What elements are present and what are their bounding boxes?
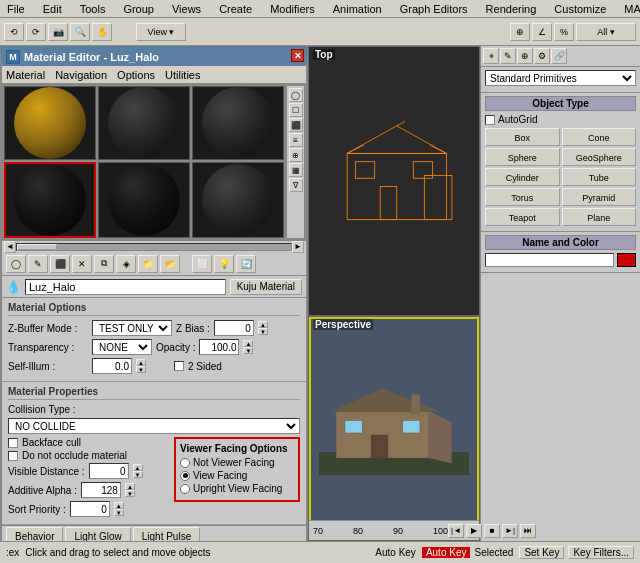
toolbar-btn-2[interactable]: ⟳ bbox=[26, 23, 46, 41]
bottom-viewport[interactable]: Perspective bbox=[308, 316, 480, 541]
toolbar-btn-4[interactable]: 🔍 bbox=[70, 23, 90, 41]
obj-btn-cone[interactable]: Cone bbox=[562, 128, 637, 146]
rp-icon-1[interactable]: ⌖ bbox=[483, 48, 499, 64]
material-editor-titlebar[interactable]: M Material Editor - Luz_Halo ✕ bbox=[2, 48, 306, 66]
mat-tool-copy[interactable]: ⧉ bbox=[94, 255, 114, 273]
menu-graph-editors[interactable]: Graph Editors bbox=[397, 3, 471, 15]
menu-animation[interactable]: Animation bbox=[330, 3, 385, 15]
rp-icon-4[interactable]: ⚙ bbox=[534, 48, 550, 64]
material-name-input[interactable] bbox=[25, 279, 226, 295]
mat-tool-assign[interactable]: ⬛ bbox=[50, 255, 70, 273]
visdist-spinner[interactable]: ▲ ▼ bbox=[133, 464, 143, 478]
zbias-up[interactable]: ▲ bbox=[258, 321, 268, 328]
selfillum-spinner[interactable]: ▲ ▼ bbox=[136, 359, 146, 373]
keyfilters-btn[interactable]: Key Filters... bbox=[568, 546, 634, 559]
toolbar-angle[interactable]: ∠ bbox=[532, 23, 552, 41]
mat-menu-material[interactable]: Material bbox=[6, 69, 45, 81]
stop-btn[interactable]: ■ bbox=[484, 524, 500, 538]
sphere-cell-2[interactable] bbox=[98, 86, 190, 160]
selfillum-down[interactable]: ▼ bbox=[136, 366, 146, 373]
obj-btn-sphere[interactable]: Sphere bbox=[485, 148, 560, 166]
radio-not-viewer-facing-dot[interactable] bbox=[180, 458, 190, 468]
sphere-cell-4[interactable] bbox=[4, 162, 96, 238]
visdist-down[interactable]: ▼ bbox=[133, 471, 143, 478]
zbias-down[interactable]: ▼ bbox=[258, 328, 268, 335]
next-frame-btn[interactable]: ►| bbox=[502, 524, 518, 538]
rp-icon-5[interactable]: 🔗 bbox=[551, 48, 567, 64]
toolbar-select-filter[interactable]: All ▾ bbox=[576, 23, 636, 41]
opacity-down[interactable]: ▼ bbox=[243, 347, 253, 354]
obj-btn-pyramid[interactable]: Pyramid bbox=[562, 188, 637, 206]
menu-file[interactable]: File bbox=[4, 3, 28, 15]
toolbar-btn-3[interactable]: 📷 bbox=[48, 23, 68, 41]
mat-side-btn-3[interactable]: ⬛ bbox=[289, 118, 303, 132]
menu-group[interactable]: Group bbox=[120, 3, 157, 15]
menu-customize[interactable]: Customize bbox=[551, 3, 609, 15]
addalpha-up[interactable]: ▲ bbox=[125, 483, 135, 490]
addalpha-input[interactable] bbox=[81, 482, 121, 498]
mat-tool-reset[interactable]: ✕ bbox=[72, 255, 92, 273]
autokey-btn[interactable]: Auto Key bbox=[422, 547, 471, 558]
mat-tool-cycle[interactable]: 🔄 bbox=[236, 255, 256, 273]
mat-menu-navigation[interactable]: Navigation bbox=[55, 69, 107, 81]
mat-tool-putlib[interactable]: 📁 bbox=[138, 255, 158, 273]
sortpriority-up[interactable]: ▲ bbox=[114, 502, 124, 509]
noocclude-checkbox[interactable] bbox=[8, 451, 18, 461]
menu-modifiers[interactable]: Modifiers bbox=[267, 3, 318, 15]
primitives-dropdown[interactable]: Standard Primitives bbox=[485, 70, 636, 86]
scrollbar-thumb[interactable] bbox=[17, 244, 57, 250]
toolbar-btn-1[interactable]: ⟲ bbox=[4, 23, 24, 41]
obj-btn-cylinder[interactable]: Cylinder bbox=[485, 168, 560, 186]
addalpha-down[interactable]: ▼ bbox=[125, 490, 135, 497]
obj-btn-torus[interactable]: Torus bbox=[485, 188, 560, 206]
toolbar-view-dropdown[interactable]: View ▾ bbox=[136, 23, 186, 41]
sphere-cell-6[interactable] bbox=[192, 162, 284, 238]
rp-icon-3[interactable]: ⊕ bbox=[517, 48, 533, 64]
mat-side-btn-6[interactable]: ▦ bbox=[289, 163, 303, 177]
mat-side-btn-5[interactable]: ⊕ bbox=[289, 148, 303, 162]
mat-side-btn-4[interactable]: ≡ bbox=[289, 133, 303, 147]
sortpriority-input[interactable] bbox=[70, 501, 110, 517]
mat-tool-unique[interactable]: ◈ bbox=[116, 255, 136, 273]
top-viewport[interactable]: Top bbox=[308, 46, 480, 316]
prev-frame-btn[interactable]: |◄ bbox=[448, 524, 464, 538]
radio-view-facing-dot[interactable] bbox=[180, 471, 190, 481]
mat-side-btn-2[interactable]: ☐ bbox=[289, 103, 303, 117]
menu-views[interactable]: Views bbox=[169, 3, 204, 15]
toolbar-btn-5[interactable]: ✋ bbox=[92, 23, 112, 41]
mat-side-btn-7[interactable]: ∇ bbox=[289, 178, 303, 192]
scroll-left-btn[interactable]: ◄ bbox=[4, 241, 16, 253]
radio-upright-facing-dot[interactable] bbox=[180, 484, 190, 494]
play-btn[interactable]: ▶ bbox=[466, 524, 482, 538]
toolbar-pct[interactable]: % bbox=[554, 23, 574, 41]
obj-btn-plane[interactable]: Plane bbox=[562, 208, 637, 226]
backface-checkbox[interactable] bbox=[8, 438, 18, 448]
mat-menu-options[interactable]: Options bbox=[117, 69, 155, 81]
last-frame-btn[interactable]: ⏭ bbox=[520, 524, 536, 538]
zbias-spinner[interactable]: ▲ ▼ bbox=[258, 321, 268, 335]
mat-tool-sample[interactable]: ◯ bbox=[6, 255, 26, 273]
menu-rendering[interactable]: Rendering bbox=[483, 3, 540, 15]
zbias-input[interactable] bbox=[214, 320, 254, 336]
mat-side-btn-1[interactable]: ◯ bbox=[289, 88, 303, 102]
toolbar-snap[interactable]: ⊕ bbox=[510, 23, 530, 41]
sphere-cell-1[interactable] bbox=[4, 86, 96, 160]
menu-tools[interactable]: Tools bbox=[77, 3, 109, 15]
scroll-right-btn[interactable]: ► bbox=[292, 241, 304, 253]
zbuffer-dropdown[interactable]: TEST ONLY bbox=[92, 320, 172, 336]
visdist-up[interactable]: ▲ bbox=[133, 464, 143, 471]
mat-tool-backlight[interactable]: 💡 bbox=[214, 255, 234, 273]
menu-maxscript[interactable]: MAXScript bbox=[621, 3, 640, 15]
mat-tool-bg[interactable]: ⬜ bbox=[192, 255, 212, 273]
transparency-dropdown[interactable]: NONE bbox=[92, 339, 152, 355]
twosided-checkbox[interactable] bbox=[174, 361, 184, 371]
mat-tool-getlib[interactable]: 📂 bbox=[160, 255, 180, 273]
sphere-cell-5[interactable] bbox=[98, 162, 190, 238]
opacity-up[interactable]: ▲ bbox=[243, 340, 253, 347]
scrollbar-track[interactable] bbox=[16, 243, 292, 251]
selfillum-input[interactable] bbox=[92, 358, 132, 374]
sphere-cell-3[interactable] bbox=[192, 86, 284, 160]
obj-btn-geosphere[interactable]: GeoSphere bbox=[562, 148, 637, 166]
object-name-input[interactable] bbox=[485, 253, 614, 267]
collision-type-dropdown[interactable]: NO COLLIDE bbox=[8, 418, 300, 434]
